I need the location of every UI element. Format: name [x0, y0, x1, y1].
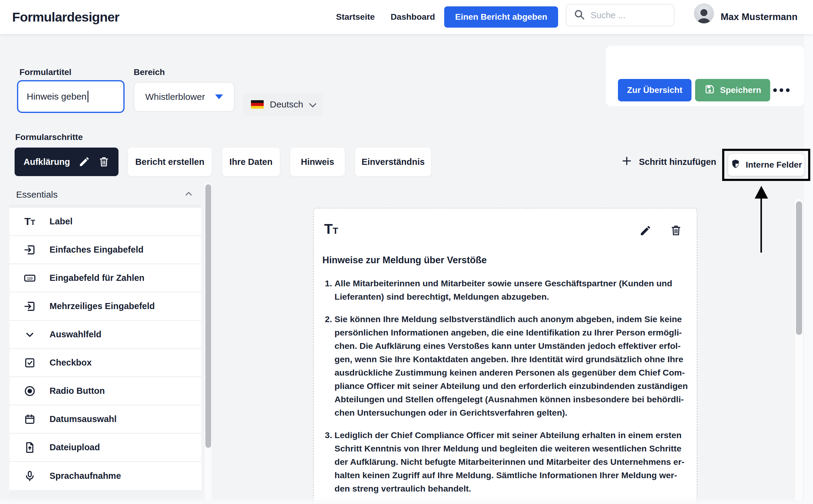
add-step-label: Schritt hinzufügen [639, 157, 716, 167]
formulardesigner-app: Formulardesigner Startseite Dashboard Ei… [0, 0, 813, 504]
sidebar-item-text: Datumsauswahl [50, 414, 117, 424]
list-item: Sie können Ihre Meldung selbstverständli… [334, 312, 688, 419]
sidebar-section-title: Essentials [16, 189, 58, 200]
sidebar-item-auswahlfeld[interactable]: Auswahlfeld [9, 321, 201, 349]
internal-fields-button[interactable]: Interne Felder [728, 154, 804, 176]
dropdown-triangle-icon [215, 94, 223, 99]
nav-startseite[interactable]: Startseite [336, 12, 375, 22]
chevron-up-icon[interactable] [183, 189, 194, 201]
sidebar-item-text: Sprachaufnahme [50, 471, 121, 481]
language-select[interactable]: Deutsch [243, 93, 322, 116]
sidebar-item-sprachaufnahme[interactable]: Sprachaufnahme [9, 462, 201, 490]
label-icon: TT [23, 216, 37, 227]
page-right-gutter [804, 34, 813, 504]
label-icon: TT [324, 221, 338, 237]
save-button-label: Speichern [720, 85, 761, 95]
form-steps-label: Formularschritte [15, 132, 83, 142]
sidebar-item-radio-button[interactable]: Radio Button [9, 377, 201, 405]
add-step-button[interactable]: Schritt hinzufügen [621, 148, 716, 176]
field-palette-sidebar: Essentials TT Label Einfach [9, 185, 201, 500]
canvas-scrollbar-thumb[interactable] [796, 201, 802, 335]
text-input-icon [23, 243, 37, 256]
file-upload-icon [23, 441, 37, 454]
step-tab-aufklaerung[interactable]: Aufklärung [15, 148, 118, 176]
sidebar-item-einfaches-eingabefeld[interactable]: Einfaches Eingabefeld [9, 236, 201, 264]
language-value: Deutsch [270, 99, 303, 110]
multiline-input-icon [23, 300, 37, 313]
overview-button[interactable]: Zur Übersicht [618, 79, 692, 101]
sidebar-item-datumsauswahl[interactable]: Datumsauswahl [9, 405, 201, 434]
checkbox-icon [23, 357, 37, 369]
annotation-highlight-box: Interne Felder [722, 149, 810, 181]
step-active-label: Aufklärung [23, 157, 70, 167]
trash-icon[interactable] [98, 156, 110, 168]
save-button[interactable]: Speichern [695, 79, 770, 101]
edit-pencil-icon[interactable] [639, 224, 652, 238]
card-heading: Hinweise zur Meldung über Verstöße [322, 255, 684, 266]
user-name[interactable]: Max Mustermann [721, 0, 798, 34]
sidebar-item-checkbox[interactable]: Checkbox [9, 349, 201, 377]
top-bar: Formulardesigner Startseite Dashboard Ei… [0, 0, 813, 34]
select-chevron-icon [23, 329, 37, 340]
sidebar-item-text: Dateiupload [50, 442, 100, 452]
text-caret [87, 91, 88, 102]
form-title-value: Hinweis geben [27, 91, 87, 102]
radio-icon [23, 385, 37, 397]
svg-text:123: 123 [27, 277, 33, 280]
sidebar-item-text: Radio Button [50, 386, 105, 396]
area-label: Bereich [134, 67, 165, 77]
chevron-down-icon [309, 100, 316, 107]
card-actions [639, 224, 682, 238]
sidebar-item-text: Einfaches Eingabefeld [50, 245, 143, 255]
bottom-fade [0, 497, 813, 504]
step-tab-hinweis[interactable]: Hinweis [290, 148, 345, 176]
search-icon [574, 9, 585, 22]
edit-pencil-icon[interactable] [78, 156, 90, 168]
plus-icon [621, 155, 632, 169]
avatar[interactable] [694, 3, 714, 23]
sidebar-item-dateiupload[interactable]: Dateiupload [9, 434, 201, 462]
area-selected-value: Whistlerblower [145, 92, 205, 102]
sidebar-item-text: Checkbox [50, 358, 92, 368]
canvas-scrollbar[interactable] [794, 198, 803, 502]
floppy-disk-icon [704, 84, 715, 97]
sidebar-item-text: Label [50, 216, 73, 226]
step-tab-ihre-daten[interactable]: Ihre Daten [222, 148, 280, 176]
annotation-arrow-line [760, 197, 762, 253]
form-title-label: Formulartitel [19, 67, 71, 77]
more-options-button[interactable] [773, 79, 790, 101]
main-nav: Startseite Dashboard [336, 0, 435, 34]
form-element-card[interactable]: TT Hinweise zur Meldung über Verstöße Al… [313, 208, 698, 504]
sidebar-scrollbar-thumb[interactable] [205, 184, 211, 448]
card-numbered-list: Alle Mitarbeiterinnen und Mitarbeiter so… [322, 277, 688, 504]
form-title-input[interactable]: Hinweis geben [17, 80, 125, 113]
list-item: Lediglich der Chief Compliance Officer m… [334, 428, 688, 495]
sidebar-item-label[interactable]: TT Label [9, 208, 201, 236]
sidebar-section-header[interactable]: Essentials [9, 185, 201, 205]
sidebar-item-text: Auswahlfeld [50, 329, 101, 339]
step-tab-einverstaendnis[interactable]: Einverständnis [355, 148, 431, 176]
sidebar-item-text: Mehrzeiliges Eingabefeld [50, 301, 155, 311]
german-flag-icon [251, 100, 264, 109]
microphone-icon [23, 470, 37, 482]
sidebar-item-list: TT Label Einfaches Eingabefeld 123 [9, 205, 201, 500]
internal-fields-label: Interne Felder [746, 160, 802, 170]
calendar-icon [23, 413, 37, 425]
list-item: Alle Mitarbeiterinnen und Mitarbeiter so… [334, 277, 688, 303]
sidebar-scrollbar[interactable] [204, 182, 212, 502]
trash-icon[interactable] [670, 224, 682, 238]
search-box[interactable] [566, 4, 675, 26]
search-input[interactable] [591, 10, 667, 20]
sidebar-item-mehrzeiliges-eingabefeld[interactable]: Mehrzeiliges Eingabefeld [9, 292, 201, 321]
submit-report-button[interactable]: Einen Bericht abgeben [444, 6, 558, 28]
sidebar-item-eingabefeld-zahlen[interactable]: 123 Eingabefeld für Zahlen [9, 264, 201, 292]
area-select[interactable]: Whistlerblower [134, 82, 234, 112]
shield-icon [730, 159, 741, 171]
nav-dashboard[interactable]: Dashboard [391, 12, 435, 22]
page-title: Formulardesigner [12, 0, 119, 34]
step-tab-bericht-erstellen[interactable]: Bericht erstellen [128, 148, 212, 176]
number-input-icon: 123 [23, 272, 37, 284]
sidebar-item-text: Eingabefeld für Zahlen [50, 273, 145, 283]
